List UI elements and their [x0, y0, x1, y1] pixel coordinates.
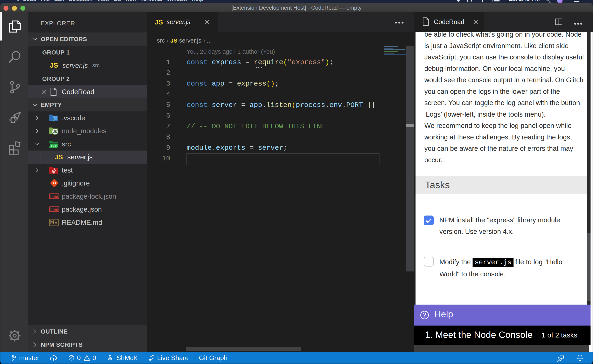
svg-text:npm: npm [50, 207, 58, 211]
svg-text:</>: </> [50, 144, 57, 148]
svg-text:npm: npm [50, 194, 58, 198]
svg-text:JS: JS [53, 130, 57, 133]
